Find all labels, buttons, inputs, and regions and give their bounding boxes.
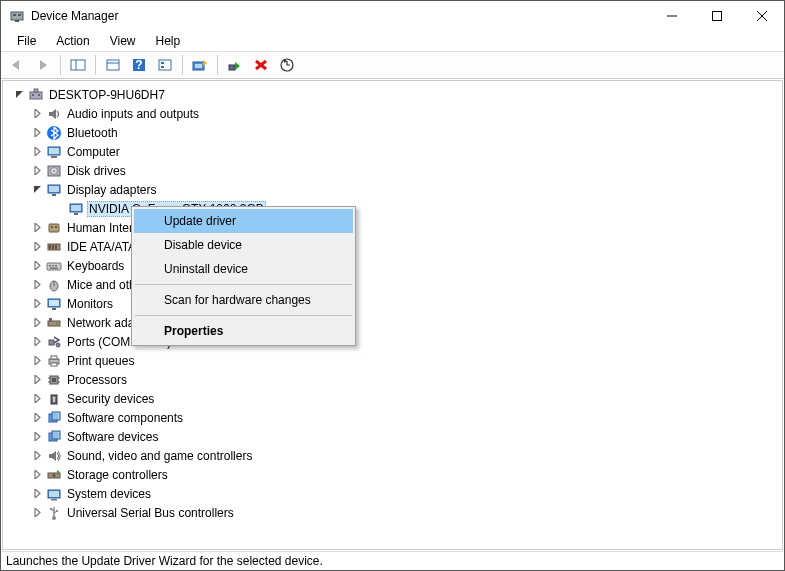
tree-category[interactable]: Software devices (7, 427, 782, 446)
tree-category[interactable]: Software components (7, 408, 782, 427)
expand-icon[interactable] (29, 144, 45, 160)
tree-category[interactable]: Human Interface Devices (7, 218, 782, 237)
maximize-button[interactable] (694, 1, 739, 31)
collapse-icon[interactable] (29, 182, 45, 198)
menu-file[interactable]: File (9, 32, 44, 50)
expand-icon[interactable] (29, 163, 45, 179)
context-scan-hardware[interactable]: Scan for hardware changes (134, 288, 353, 312)
svg-rect-26 (38, 94, 40, 96)
svg-point-79 (53, 474, 56, 477)
close-button[interactable] (739, 1, 784, 31)
tree-category[interactable]: Universal Serial Bus controllers (7, 503, 782, 522)
tree-category[interactable]: Monitors (7, 294, 782, 313)
tree-item-label: Software devices (65, 429, 160, 445)
expand-icon[interactable] (29, 467, 45, 483)
tree-item-label: Display adapters (65, 182, 158, 198)
svg-rect-1 (13, 14, 16, 16)
expand-icon[interactable] (29, 353, 45, 369)
device-tree: DESKTOP-9HU6DH7Audio inputs and outputsB… (3, 81, 782, 526)
system-icon (45, 486, 63, 502)
tree-category[interactable]: Processors (7, 370, 782, 389)
tree-category[interactable]: Ports (COM & LPT) (7, 332, 782, 351)
context-disable-device[interactable]: Disable device (134, 233, 353, 257)
tree-category[interactable]: Sound, video and game controllers (7, 446, 782, 465)
expand-icon[interactable] (29, 410, 45, 426)
disk-icon (45, 163, 63, 179)
toolbar: ? (1, 51, 784, 79)
tree-category[interactable]: Audio inputs and outputs (7, 104, 782, 123)
update-driver-button[interactable] (275, 54, 299, 76)
expand-icon[interactable] (29, 448, 45, 464)
expand-icon[interactable] (29, 391, 45, 407)
expand-icon[interactable] (29, 277, 45, 293)
context-properties[interactable]: Properties (134, 319, 353, 343)
expand-icon[interactable] (29, 486, 45, 502)
forward-button[interactable] (31, 54, 55, 76)
expand-icon[interactable] (29, 429, 45, 445)
tree-device[interactable]: NVIDIA GeForce GTX 1060 3GB (7, 199, 782, 218)
enable-device-button[interactable] (223, 54, 247, 76)
expand-icon[interactable] (29, 315, 45, 331)
context-update-driver[interactable]: Update driver (134, 209, 353, 233)
expand-icon[interactable] (29, 125, 45, 141)
root-icon (27, 87, 45, 103)
help-button[interactable]: ? (127, 54, 151, 76)
tree-category[interactable]: Computer (7, 142, 782, 161)
menu-view[interactable]: View (102, 32, 144, 50)
minimize-button[interactable] (649, 1, 694, 31)
expand-icon[interactable] (29, 106, 45, 122)
tree-category[interactable]: Mice and other pointing devices (7, 275, 782, 294)
svg-rect-10 (107, 60, 119, 70)
tree-category[interactable]: Print queues (7, 351, 782, 370)
tree-category[interactable]: Storage controllers (7, 465, 782, 484)
menu-help[interactable]: Help (148, 32, 189, 50)
network-icon (45, 315, 63, 331)
tree-category[interactable]: Disk drives (7, 161, 782, 180)
tree-item-label: DESKTOP-9HU6DH7 (47, 87, 167, 103)
svg-rect-40 (49, 224, 59, 232)
uninstall-device-button[interactable] (249, 54, 273, 76)
tree-category[interactable]: Display adapters (7, 180, 782, 199)
back-button[interactable] (5, 54, 29, 76)
tree-root-node[interactable]: DESKTOP-9HU6DH7 (7, 85, 782, 104)
expand-icon[interactable] (29, 258, 45, 274)
svg-text:?: ? (135, 58, 142, 72)
svg-rect-45 (52, 245, 54, 249)
tree-category[interactable]: System devices (7, 484, 782, 503)
hid-icon (45, 220, 63, 236)
device-tree-pane[interactable]: DESKTOP-9HU6DH7Audio inputs and outputsB… (2, 80, 783, 550)
printer-icon (45, 353, 63, 369)
expand-icon[interactable] (29, 296, 45, 312)
tree-category[interactable]: Keyboards (7, 256, 782, 275)
expand-icon[interactable] (29, 372, 45, 388)
expand-icon[interactable] (29, 334, 45, 350)
tree-category[interactable]: IDE ATA/ATAPI controllers (7, 237, 782, 256)
tree-item-label: Audio inputs and outputs (65, 106, 201, 122)
svg-rect-75 (52, 412, 60, 420)
tree-item-label: Sound, video and game controllers (65, 448, 254, 464)
action-button[interactable] (153, 54, 177, 76)
svg-rect-77 (52, 431, 60, 439)
tree-item-label: Storage controllers (65, 467, 170, 483)
expand-icon[interactable] (29, 239, 45, 255)
display-icon (45, 182, 63, 198)
cpu-icon (45, 372, 63, 388)
scan-hardware-button[interactable] (188, 54, 212, 76)
svg-point-61 (56, 343, 60, 347)
monitor-icon (45, 296, 63, 312)
tree-category[interactable]: Bluetooth (7, 123, 782, 142)
show-hide-console-button[interactable] (66, 54, 90, 76)
tree-category[interactable]: Network adapters (7, 313, 782, 332)
svg-rect-18 (195, 64, 202, 68)
tree-category[interactable]: Security devices (7, 389, 782, 408)
svg-rect-19 (229, 65, 235, 70)
tree-item-label: System devices (65, 486, 153, 502)
expand-icon[interactable] (29, 220, 45, 236)
context-uninstall-device[interactable]: Uninstall device (134, 257, 353, 281)
properties-button[interactable] (101, 54, 125, 76)
collapse-icon[interactable] (11, 87, 27, 103)
expand-icon[interactable] (29, 505, 45, 521)
menu-action[interactable]: Action (48, 32, 97, 50)
svg-rect-35 (49, 186, 59, 192)
svg-rect-73 (53, 399, 55, 402)
